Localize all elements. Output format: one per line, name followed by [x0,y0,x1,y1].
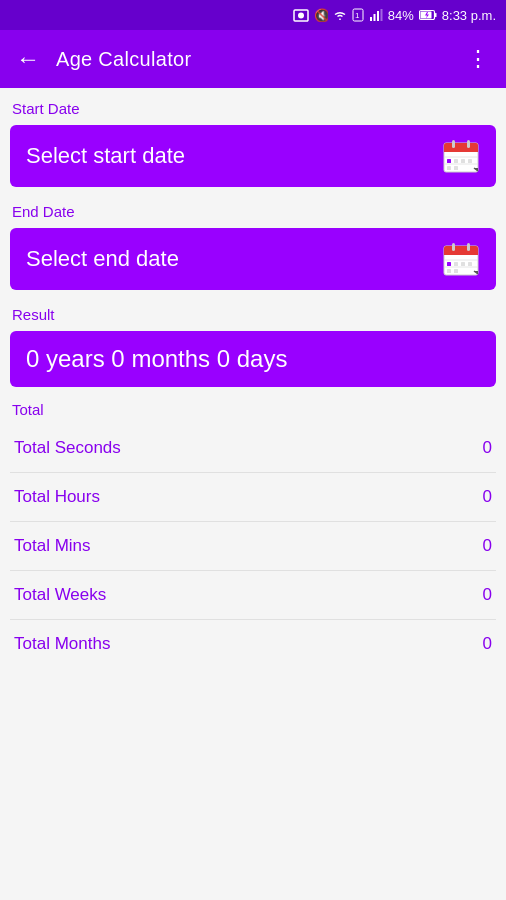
result-label: Result [12,306,496,323]
svg-rect-19 [447,159,451,163]
svg-text:1: 1 [355,11,360,20]
svg-rect-21 [461,159,465,163]
end-date-button[interactable]: Select end date [10,228,496,290]
total-row-value: 0 [483,634,492,654]
svg-rect-29 [444,251,478,255]
svg-point-1 [298,13,304,19]
menu-button[interactable]: ⋮ [467,46,490,72]
mute-icon: 🔇 [314,8,328,22]
total-row-label: Total Seconds [14,438,121,458]
end-date-label: End Date [12,203,496,220]
svg-text:🔇: 🔇 [314,8,328,22]
svg-rect-7 [377,11,379,21]
signal-icon [369,8,383,22]
total-row: Total Weeks0 [10,571,496,620]
app-bar: ← Age Calculator ⋮ [0,30,506,88]
wifi-icon [333,9,347,21]
svg-rect-31 [467,243,470,251]
start-date-label: Start Date [12,100,496,117]
start-date-button[interactable]: Select start date [10,125,496,187]
end-date-text: Select end date [26,246,179,272]
total-row-label: Total Mins [14,536,91,556]
result-text: 0 years 0 months 0 days [26,345,287,372]
total-row-label: Total Weeks [14,585,106,605]
total-row-label: Total Months [14,634,110,654]
battery-icon [419,9,437,21]
svg-rect-38 [447,269,451,273]
svg-rect-15 [452,140,455,148]
status-bar: 🔇 1 84% 8:33 p.m. [0,0,506,30]
result-box: 0 years 0 months 0 days [10,331,496,387]
battery-text: 84% [388,8,414,23]
svg-rect-23 [447,166,451,170]
content-area: Start Date Select start date [0,88,506,680]
status-icons: 🔇 1 84% 8:33 p.m. [293,8,496,23]
total-rows: Total Seconds0Total Hours0Total Mins0Tot… [10,424,496,668]
app-title: Age Calculator [56,48,451,71]
svg-rect-39 [454,269,458,273]
svg-rect-6 [373,14,375,21]
back-button[interactable]: ← [16,45,40,73]
svg-rect-11 [435,13,437,17]
total-label: Total [12,401,496,418]
total-row-value: 0 [483,438,492,458]
total-row: Total Mins0 [10,522,496,571]
svg-rect-16 [467,140,470,148]
total-row-value: 0 [483,536,492,556]
svg-rect-35 [454,262,458,266]
end-date-calendar-icon [442,241,480,277]
screenshot-icon [293,8,309,22]
time-text: 8:33 p.m. [442,8,496,23]
svg-rect-20 [454,159,458,163]
total-row-value: 0 [483,585,492,605]
total-row: Total Seconds0 [10,424,496,473]
svg-rect-34 [447,262,451,266]
start-date-text: Select start date [26,143,185,169]
svg-rect-14 [444,148,478,152]
svg-rect-5 [370,17,372,21]
svg-rect-30 [452,243,455,251]
start-date-calendar-icon [442,138,480,174]
total-row: Total Months0 [10,620,496,668]
total-row-value: 0 [483,487,492,507]
svg-rect-24 [454,166,458,170]
svg-rect-8 [380,9,382,21]
sim-icon: 1 [352,8,364,22]
svg-rect-36 [461,262,465,266]
total-row: Total Hours0 [10,473,496,522]
svg-rect-22 [468,159,472,163]
svg-rect-37 [468,262,472,266]
total-row-label: Total Hours [14,487,100,507]
